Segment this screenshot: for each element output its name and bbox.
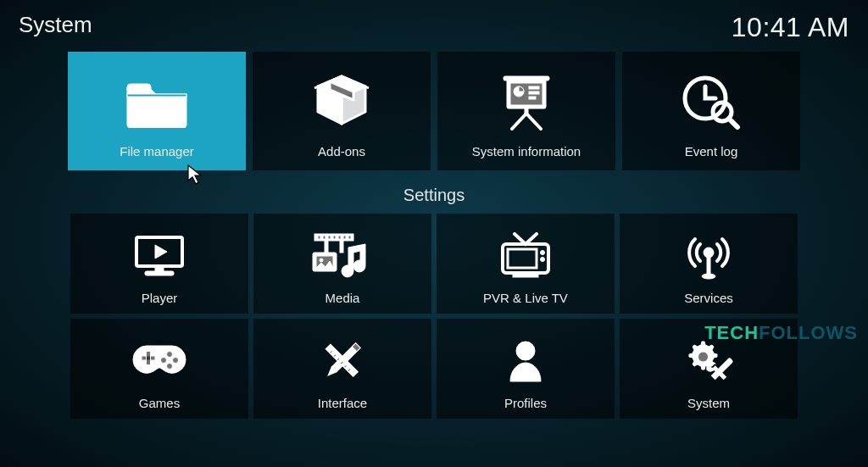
svg-rect-7 — [529, 97, 536, 99]
svg-rect-0 — [127, 94, 186, 97]
svg-rect-21 — [348, 236, 351, 239]
tile-label: System — [687, 396, 730, 419]
svg-rect-12 — [155, 266, 164, 271]
svg-rect-28 — [508, 249, 537, 268]
monitor-play-icon — [70, 214, 248, 291]
tile-system-information[interactable]: System information — [437, 52, 615, 170]
media-collection-icon — [253, 214, 431, 291]
page-title: System — [19, 12, 92, 38]
tile-player[interactable]: Player — [70, 214, 248, 314]
svg-rect-17 — [328, 236, 331, 239]
svg-rect-22 — [325, 241, 328, 253]
tile-profiles[interactable]: Profiles — [437, 319, 615, 419]
svg-rect-13 — [145, 271, 174, 275]
clock: 10:41 AM — [732, 12, 849, 43]
svg-point-30 — [541, 257, 545, 261]
tile-media[interactable]: Media — [253, 214, 431, 314]
svg-point-40 — [161, 357, 167, 363]
tile-label: Profiles — [504, 396, 547, 419]
svg-rect-23 — [340, 241, 343, 253]
tile-label: Media — [326, 291, 360, 314]
settings-tile-grid: Player Media PVR & Live TV Services Game… — [0, 214, 868, 419]
section-title-settings: Settings — [0, 186, 868, 205]
presentation-icon — [437, 52, 615, 144]
tile-label: Games — [139, 396, 180, 419]
tile-file-manager[interactable]: File manager — [68, 52, 246, 170]
svg-rect-2 — [504, 76, 549, 81]
svg-point-38 — [173, 357, 179, 363]
svg-rect-16 — [323, 236, 326, 239]
tile-label: Player — [142, 291, 178, 314]
svg-rect-15 — [318, 236, 320, 239]
tile-label: Interface — [318, 396, 367, 419]
svg-rect-31 — [513, 273, 538, 277]
svg-rect-18 — [333, 236, 336, 239]
svg-rect-20 — [343, 236, 346, 239]
tv-icon — [437, 214, 615, 291]
svg-rect-36 — [147, 351, 151, 364]
tile-label: Services — [684, 291, 733, 314]
tile-label: File manager — [120, 144, 194, 170]
tile-label: Event log — [685, 144, 738, 170]
svg-point-37 — [167, 351, 173, 357]
gear-tools-icon — [620, 319, 798, 396]
tile-label: PVR & Live TV — [483, 291, 568, 314]
tile-pvr-live-tv[interactable]: PVR & Live TV — [437, 214, 615, 314]
tile-add-ons[interactable]: Add-ons — [253, 52, 431, 170]
svg-rect-5 — [529, 86, 539, 89]
svg-rect-19 — [338, 236, 341, 239]
svg-point-34 — [702, 274, 715, 279]
person-icon — [437, 319, 615, 396]
svg-point-26 — [320, 259, 323, 262]
svg-point-29 — [541, 250, 545, 254]
pencil-ruler-icon — [253, 319, 431, 396]
svg-point-50 — [516, 342, 535, 360]
tile-interface[interactable]: Interface — [253, 319, 431, 419]
top-tile-grid: File manager Add-ons System information … — [0, 52, 868, 170]
tile-services[interactable]: Services — [620, 214, 798, 314]
tile-label: System information — [472, 144, 581, 170]
gamepad-icon — [70, 319, 248, 396]
broadcast-icon — [620, 214, 798, 291]
svg-rect-6 — [529, 92, 539, 94]
box-icon — [253, 52, 431, 144]
tile-event-log[interactable]: Event log — [622, 52, 800, 170]
svg-point-51 — [698, 352, 709, 362]
svg-rect-33 — [707, 256, 710, 275]
clock-search-icon — [622, 52, 800, 144]
tile-system[interactable]: System — [620, 319, 798, 419]
svg-point-39 — [167, 363, 173, 369]
tile-label: Add-ons — [318, 144, 365, 170]
tile-games[interactable]: Games — [70, 319, 248, 419]
folder-icon — [68, 52, 246, 144]
